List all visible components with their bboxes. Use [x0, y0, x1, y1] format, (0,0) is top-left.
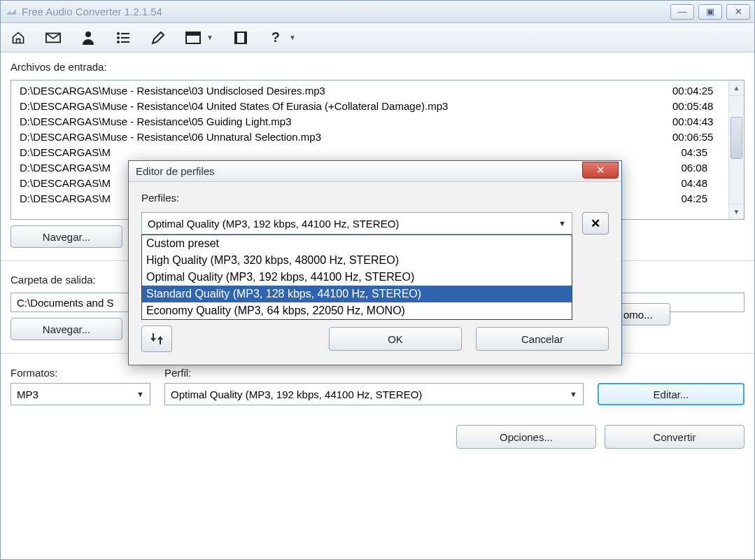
chevron-down-icon: ▼: [570, 390, 577, 398]
profile-select-row: Optimal Quality (MP3, 192 kbps, 44100 Hz…: [141, 212, 609, 234]
window-layout-icon[interactable]: [185, 30, 201, 46]
file-row[interactable]: D:\DESCARGAS\Muse - Resistance\04 United…: [11, 99, 744, 114]
svg-rect-7: [121, 41, 129, 43]
file-duration: 04:35: [672, 145, 735, 160]
bottom-actions: Opciones... Convertir: [10, 425, 745, 449]
svg-point-4: [117, 36, 120, 39]
home-icon[interactable]: [10, 30, 26, 46]
format-row: Formatos: MP3 ▼ Perfil: Optimal Quality …: [10, 366, 745, 405]
profile-dropdown-box[interactable]: Optimal Quality (MP3, 192 kbps, 44100 Hz…: [141, 212, 572, 234]
profile-option[interactable]: High Quality (MP3, 320 kbps, 48000 Hz, S…: [142, 252, 572, 269]
profile-option[interactable]: Custom preset: [142, 235, 572, 252]
ok-button[interactable]: OK: [329, 327, 462, 351]
svg-point-2: [117, 32, 120, 35]
list-icon[interactable]: [115, 30, 131, 46]
profile-option[interactable]: Standard Quality (MP3, 128 kbps, 44100 H…: [142, 286, 572, 302]
mail-icon[interactable]: [45, 30, 61, 46]
svg-point-1: [85, 31, 91, 37]
window-title: Free Audio Converter 1.2.1.54: [22, 6, 670, 18]
svg-rect-11: [235, 32, 237, 43]
formats-label: Formatos:: [10, 367, 150, 379]
browse-output-button[interactable]: Navegar...: [10, 318, 122, 340]
help-icon[interactable]: ?: [268, 30, 283, 46]
chevron-down-icon: ▼: [136, 390, 144, 398]
svg-rect-12: [244, 32, 246, 43]
input-files-label: Archivos de entrada:: [10, 61, 745, 73]
user-icon[interactable]: [80, 30, 96, 46]
profile-dropdown-list[interactable]: Custom presetHigh Quality (MP3, 320 kbps…: [141, 234, 572, 320]
chevron-down-icon[interactable]: ▼: [206, 34, 213, 41]
file-path: D:\DESCARGAS\Muse - Resistance\04 United…: [20, 99, 672, 114]
minimize-button[interactable]: ―: [670, 4, 694, 20]
file-duration: 00:06:55: [672, 130, 735, 145]
browse-input-button[interactable]: Navegar...: [10, 225, 122, 248]
scroll-track[interactable]: [729, 96, 744, 204]
delete-profile-button[interactable]: ✕: [582, 212, 609, 234]
dialog-title: Editor de perfiles: [136, 165, 582, 177]
file-row[interactable]: D:\DESCARGAS\M04:35: [11, 145, 744, 160]
file-path: D:\DESCARGAS\Muse - Resistance\03 Undisc…: [20, 83, 672, 99]
format-select[interactable]: MP3 ▼: [10, 383, 150, 405]
scroll-thumb[interactable]: [731, 117, 742, 159]
chevron-down-icon: ▼: [558, 219, 566, 227]
file-duration: 00:04:25: [672, 83, 735, 99]
profile-selected-value: Optimal Quality (MP3, 192 kbps, 44100 Hz…: [171, 388, 422, 400]
dialog-actions: OK Cancelar: [141, 326, 609, 352]
dialog-close-button[interactable]: ✕: [582, 162, 619, 178]
profile-option[interactable]: Economy Quality (MP3, 64 kbps, 22050 Hz,…: [142, 302, 572, 319]
profile-option[interactable]: Optimal Quality (MP3, 192 kbps, 44100 Hz…: [142, 269, 572, 286]
edit-profile-button[interactable]: Editar...: [598, 383, 745, 405]
file-duration: 06:08: [672, 160, 735, 176]
file-row[interactable]: D:\DESCARGAS\Muse - Resistance\06 Unnatu…: [11, 130, 744, 145]
scroll-down-icon[interactable]: ▼: [729, 204, 744, 219]
profiles-label: Perfiles:: [141, 192, 609, 204]
file-duration: 00:04:43: [672, 114, 735, 130]
film-icon[interactable]: [233, 30, 248, 46]
dialog-body: Perfiles: Optimal Quality (MP3, 192 kbps…: [129, 182, 621, 365]
toolbar: ▼ ? ▼: [1, 23, 754, 52]
file-path: D:\DESCARGAS\M: [20, 145, 672, 160]
svg-rect-5: [121, 37, 129, 38]
cancel-button[interactable]: Cancelar: [476, 327, 609, 351]
profile-select[interactable]: Optimal Quality (MP3, 192 kbps, 44100 Hz…: [164, 383, 584, 405]
options-button[interactable]: Opciones...: [456, 425, 596, 449]
dialog-titlebar: Editor de perfiles ✕: [129, 161, 621, 182]
save-as-button-partial[interactable]: omo...: [620, 303, 670, 326]
swap-button[interactable]: [141, 326, 172, 352]
profile-dropdown[interactable]: Optimal Quality (MP3, 192 kbps, 44100 Hz…: [141, 212, 572, 234]
file-duration: 00:05:48: [672, 99, 735, 114]
profile-dropdown-value: Optimal Quality (MP3, 192 kbps, 44100 Hz…: [148, 218, 399, 230]
svg-rect-3: [121, 33, 129, 34]
convert-button[interactable]: Convertir: [605, 425, 745, 449]
vertical-scrollbar[interactable]: ▲ ▼: [728, 80, 744, 219]
profile-label: Perfil:: [164, 367, 584, 379]
svg-point-6: [117, 41, 120, 43]
scroll-up-icon[interactable]: ▲: [729, 80, 744, 96]
profile-editor-dialog: Editor de perfiles ✕ Perfiles: Optimal Q…: [128, 160, 622, 365]
svg-rect-9: [186, 32, 200, 36]
file-row[interactable]: D:\DESCARGAS\Muse - Resistance\05 Guidin…: [11, 114, 744, 130]
chevron-down-icon[interactable]: ▼: [289, 34, 296, 41]
app-icon: [5, 6, 17, 18]
swap-arrows-icon: [149, 331, 164, 346]
file-row[interactable]: D:\DESCARGAS\Muse - Resistance\03 Undisc…: [11, 83, 744, 99]
edit-icon[interactable]: [150, 30, 166, 46]
window-controls: ― ▣ ✕: [670, 4, 750, 20]
file-path: D:\DESCARGAS\Muse - Resistance\05 Guidin…: [20, 114, 672, 130]
file-duration: 04:48: [672, 176, 735, 191]
file-path: D:\DESCARGAS\Muse - Resistance\06 Unnatu…: [20, 130, 672, 145]
titlebar: Free Audio Converter 1.2.1.54 ― ▣ ✕: [1, 1, 754, 23]
maximize-button[interactable]: ▣: [698, 4, 722, 20]
close-button[interactable]: ✕: [726, 4, 750, 20]
file-duration: 04:25: [672, 191, 735, 206]
format-selected-value: MP3: [17, 388, 38, 400]
